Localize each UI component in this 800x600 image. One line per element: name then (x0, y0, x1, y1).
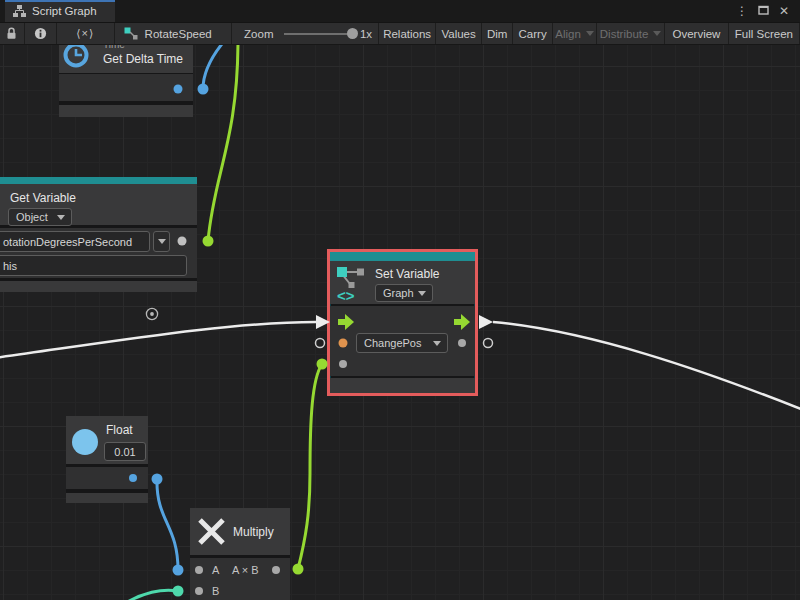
node-title: Get Delta Time (103, 52, 183, 66)
wire-multiply-to-set-variable[interactable] (298, 364, 322, 569)
zoom-slider[interactable] (284, 33, 354, 35)
distribute-button: Distribute (597, 23, 665, 44)
align-button: Align (553, 23, 597, 44)
port-label-b: B (212, 585, 219, 597)
unconnected-ring[interactable] (316, 339, 325, 348)
node-header[interactable]: <> Set Variable Graph (330, 261, 475, 304)
node-title: Get Variable (10, 191, 76, 205)
graph-canvas[interactable]: Time Get Delta Time Get Variable Object … (0, 45, 800, 600)
script-graph-icon (13, 5, 26, 17)
tab-bar: Script Graph ⋮ ✕ (0, 0, 800, 22)
chevron-down-icon (158, 239, 166, 244)
variable-scope-dropdown[interactable]: Graph (375, 284, 433, 302)
info-icon (34, 27, 47, 40)
svg-text:<>: <> (337, 287, 355, 303)
chevron-down-icon (433, 341, 441, 346)
node-float[interactable]: Float 0.01 (66, 416, 148, 503)
node-ports: ChangePos (330, 306, 475, 376)
port-label-result: A × B (232, 564, 259, 576)
clock-icon (62, 45, 90, 69)
node-footer (66, 493, 148, 503)
wire-endpoint-green[interactable] (203, 236, 214, 247)
chevron-down-icon (586, 31, 594, 36)
chevron-down-icon (418, 291, 426, 296)
node-ports (59, 74, 193, 101)
variable-name-dropdown[interactable]: ChangePos (356, 333, 448, 353)
graph-asset-breadcrumb[interactable]: RotateSpeed (115, 23, 232, 44)
node-accent-stripe (0, 177, 197, 184)
full-screen-button[interactable]: Full Screen (729, 23, 800, 44)
variable-scope-dropdown[interactable]: Object (8, 208, 72, 226)
zoom-label: Zoom (244, 28, 273, 40)
node-set-variable-selected[interactable]: <> Set Variable Graph ChangePos (327, 249, 478, 396)
values-button[interactable]: Values (436, 23, 482, 44)
node-header[interactable]: Multiply (190, 508, 290, 555)
zoom-control: Zoom 1x (232, 23, 379, 44)
node-multiply[interactable]: Multiply A A × B B (190, 508, 290, 600)
float-value-field[interactable]: 0.01 (104, 442, 146, 461)
wire-endpoint-blue[interactable] (152, 474, 163, 485)
wire-endpoint-blue[interactable] (198, 84, 209, 95)
relations-button[interactable]: Relations (379, 23, 436, 44)
node-footer (0, 281, 197, 292)
overview-button[interactable]: Overview (665, 23, 729, 44)
lock-button[interactable] (0, 23, 25, 44)
graph-asset-icon (124, 27, 138, 41)
node-footer (59, 105, 193, 117)
chevron-down-icon (653, 31, 661, 36)
port-label-a: A (212, 564, 219, 576)
multiply-icon (196, 517, 227, 547)
node-header[interactable]: Get Variable Object (0, 184, 197, 225)
float-icon (72, 429, 98, 455)
wire-endpoint-green[interactable] (293, 564, 304, 575)
code-preview-button[interactable]: ⟨×⟩ (57, 23, 115, 44)
lock-icon (6, 27, 17, 40)
unconnected-ring[interactable] (484, 339, 493, 348)
wire-float-to-multiply-a[interactable] (157, 479, 178, 570)
node-ports: otationDegreesPerSecond his (0, 228, 197, 278)
carry-button[interactable]: Carry (513, 23, 553, 44)
variable-name-dropdown-button[interactable] (153, 231, 170, 252)
node-title: Multiply (233, 525, 274, 539)
node-ports (66, 467, 148, 489)
wire-to-multiply-b[interactable] (124, 590, 178, 600)
node-ports: A A × B B (190, 558, 290, 600)
graph-toolbar: ⟨×⟩ RotateSpeed Zoom 1x Relations Values… (0, 22, 800, 45)
object-picker-icon[interactable] (145, 307, 159, 321)
info-button[interactable] (25, 23, 57, 44)
maximize-icon[interactable] (756, 5, 770, 17)
variable-name-field[interactable]: otationDegreesPerSecond (0, 231, 150, 252)
tab-script-graph[interactable]: Script Graph (5, 0, 115, 22)
flow-arrowhead-out (479, 315, 493, 329)
wire-endpoint-green[interactable] (317, 359, 328, 370)
wire-endpoint-teal[interactable] (173, 586, 184, 597)
wire-endpoint-blue[interactable] (173, 565, 184, 576)
code-icon: ⟨×⟩ (76, 27, 94, 40)
node-header[interactable]: Float 0.01 (66, 416, 148, 464)
zoom-value: 1x (360, 28, 372, 40)
tab-title: Script Graph (32, 5, 97, 17)
node-category: Time (103, 45, 125, 50)
wire-get-variable-out[interactable] (208, 45, 238, 241)
node-header[interactable]: Time Get Delta Time (59, 45, 193, 73)
node-get-variable[interactable]: Get Variable Object otationDegreesPerSec… (0, 177, 197, 292)
node-accent-stripe (330, 252, 475, 261)
node-title: Float (106, 423, 133, 437)
node-footer (330, 378, 475, 393)
zoom-slider-knob[interactable] (347, 28, 358, 39)
unity-script-graph-window: Script Graph ⋮ ✕ ⟨×⟩ (0, 0, 800, 600)
wire-delta-time-out[interactable] (203, 45, 226, 89)
graph-name: RotateSpeed (145, 28, 212, 40)
wire-flow-out[interactable] (493, 322, 800, 411)
node-get-delta-time[interactable]: Time Get Delta Time (59, 45, 193, 117)
kebab-menu-icon[interactable]: ⋮ (735, 5, 749, 17)
wire-flow-in[interactable] (0, 322, 316, 358)
dim-button[interactable]: Dim (482, 23, 513, 44)
target-object-field[interactable]: his (0, 255, 187, 276)
set-variable-icon: <> (336, 265, 370, 303)
chevron-down-icon (57, 215, 65, 220)
window-controls: ⋮ ✕ (735, 0, 800, 22)
node-title: Set Variable (375, 267, 439, 281)
close-icon[interactable]: ✕ (777, 5, 791, 17)
